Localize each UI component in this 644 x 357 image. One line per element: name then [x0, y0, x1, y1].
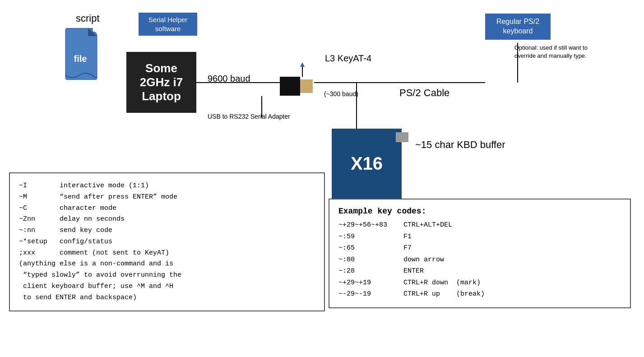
- baud-label: 9600 baud: [208, 74, 250, 84]
- keyat-label: L3 KeyAT-4: [325, 53, 371, 64]
- x16-box: X16: [332, 129, 402, 199]
- keycodes-text: ~+29~+56~+83 CTRL+ALT+DEL ~:59 F1 ~:65 F…: [338, 219, 621, 300]
- ps2-cable-label: PS/2 Cable: [399, 87, 449, 99]
- svg-text:file: file: [74, 54, 87, 64]
- x16-buffer-chip: [396, 132, 408, 142]
- script-label: script: [76, 13, 100, 24]
- usb-tan-part: [300, 79, 313, 93]
- baud-300-label: (~300 baud): [324, 90, 358, 97]
- usb-adapter: [280, 77, 313, 96]
- keycodes-title: Example key codes:: [338, 207, 621, 216]
- command-reference-text: ~I interactive mode (1:1) ~M “send after…: [19, 181, 315, 303]
- laptop-label: Some2GHz i7Laptop: [140, 61, 183, 104]
- command-reference-box: ~I interactive mode (1:1) ~M “send after…: [9, 172, 325, 311]
- laptop-box: Some2GHz i7Laptop: [126, 52, 196, 113]
- serial-helper-box: Serial Helper software: [139, 13, 197, 36]
- optional-text: Optional: used if still want to override…: [514, 44, 605, 60]
- diagram-area: script file Serial Helper software Some2…: [0, 0, 644, 357]
- usb-adapter-label: USB to RS232 Serial Adapter: [208, 113, 290, 120]
- kbd-buffer-label: ~15 char KBD buffer: [415, 139, 505, 151]
- script-file-shape: file: [63, 28, 102, 80]
- keycodes-box: Example key codes: ~+29~+56~+83 CTRL+ALT…: [329, 199, 631, 308]
- usb-black-part: [280, 77, 300, 96]
- ps2-keyboard-box: Regular PS/2keyboard: [485, 14, 551, 40]
- svg-marker-2: [300, 62, 305, 67]
